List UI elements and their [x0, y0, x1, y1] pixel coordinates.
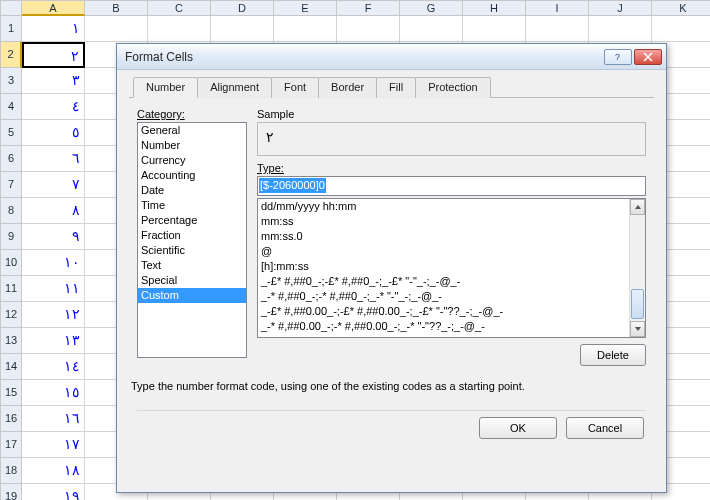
cell[interactable]: ٥: [22, 120, 85, 146]
row-header[interactable]: 17: [0, 432, 22, 458]
row-header[interactable]: 10: [0, 250, 22, 276]
scroll-up-button[interactable]: [630, 199, 645, 215]
category-listbox[interactable]: GeneralNumberCurrencyAccountingDateTimeP…: [137, 122, 247, 358]
scroll-down-button[interactable]: [630, 321, 645, 337]
cell[interactable]: ٩: [22, 224, 85, 250]
category-item[interactable]: Percentage: [138, 213, 246, 228]
column-header-i[interactable]: I: [526, 0, 589, 16]
cell[interactable]: [652, 16, 710, 42]
row-header[interactable]: 7: [0, 172, 22, 198]
cell[interactable]: [148, 16, 211, 42]
tab-border[interactable]: Border: [318, 77, 377, 98]
type-list-item[interactable]: dd/mm/yyyy hh:mm: [258, 199, 645, 214]
row-header[interactable]: 6: [0, 146, 22, 172]
row-header[interactable]: 1: [0, 16, 22, 42]
row-header[interactable]: 13: [0, 328, 22, 354]
column-header-b[interactable]: B: [85, 0, 148, 16]
cell[interactable]: [526, 16, 589, 42]
cell[interactable]: ٦: [22, 146, 85, 172]
row-header[interactable]: 18: [0, 458, 22, 484]
cell[interactable]: ١٥: [22, 380, 85, 406]
tab-font[interactable]: Font: [271, 77, 319, 98]
category-item[interactable]: Fraction: [138, 228, 246, 243]
cell[interactable]: [589, 16, 652, 42]
type-list-item[interactable]: _-£* #,##0_-;-£* #,##0_-;_-£* "-"_-;_-@_…: [258, 274, 645, 289]
row-header[interactable]: 5: [0, 120, 22, 146]
type-list-scrollbar[interactable]: [629, 199, 645, 337]
column-header-g[interactable]: G: [400, 0, 463, 16]
close-button[interactable]: [634, 49, 662, 65]
category-item[interactable]: Scientific: [138, 243, 246, 258]
category-item[interactable]: Time: [138, 198, 246, 213]
cell[interactable]: ١٨: [22, 458, 85, 484]
row-header[interactable]: 16: [0, 406, 22, 432]
type-listbox[interactable]: dd/mm/yyyy hh:mmmm:ssmm:ss.0@[h]:mm:ss_-…: [257, 198, 646, 338]
cell[interactable]: ٤: [22, 94, 85, 120]
tab-protection[interactable]: Protection: [415, 77, 491, 98]
tab-fill[interactable]: Fill: [376, 77, 416, 98]
row-header[interactable]: 3: [0, 68, 22, 94]
column-header-j[interactable]: J: [589, 0, 652, 16]
delete-button[interactable]: Delete: [580, 344, 646, 366]
column-header-k[interactable]: K: [652, 0, 710, 16]
category-item[interactable]: Special: [138, 273, 246, 288]
type-list-item[interactable]: _-£* #,##0.00_-;-£* #,##0.00_-;_-£* "-"?…: [258, 304, 645, 319]
column-header-h[interactable]: H: [463, 0, 526, 16]
category-item[interactable]: General: [138, 123, 246, 138]
column-header-c[interactable]: C: [148, 0, 211, 16]
cell[interactable]: ١١: [22, 276, 85, 302]
row-header[interactable]: 9: [0, 224, 22, 250]
tab-number[interactable]: Number: [133, 77, 198, 98]
cell[interactable]: ٣: [22, 68, 85, 94]
category-item[interactable]: Custom: [138, 288, 246, 303]
cancel-button[interactable]: Cancel: [566, 417, 644, 439]
cell[interactable]: [274, 16, 337, 42]
category-item[interactable]: Accounting: [138, 168, 246, 183]
cell[interactable]: [400, 16, 463, 42]
category-item[interactable]: Text: [138, 258, 246, 273]
cell[interactable]: [463, 16, 526, 42]
category-item[interactable]: Date: [138, 183, 246, 198]
type-list-item[interactable]: mm:ss.0: [258, 229, 645, 244]
row-header[interactable]: 11: [0, 276, 22, 302]
column-header-a[interactable]: A: [22, 0, 85, 16]
cell[interactable]: ١٣: [22, 328, 85, 354]
dialog-titlebar[interactable]: Format Cells ?: [117, 44, 666, 70]
cell[interactable]: [211, 16, 274, 42]
cell[interactable]: [337, 16, 400, 42]
cell[interactable]: ١: [22, 16, 85, 42]
column-header-f[interactable]: F: [337, 0, 400, 16]
select-all-corner[interactable]: [0, 0, 22, 16]
cell[interactable]: ٢: [22, 42, 85, 68]
type-list-item[interactable]: mm:ss: [258, 214, 645, 229]
category-item[interactable]: Currency: [138, 153, 246, 168]
type-list-item[interactable]: _-* #,##0_-;-* #,##0_-;_-* "-"_-;_-@_-: [258, 289, 645, 304]
row-header[interactable]: 8: [0, 198, 22, 224]
type-list-item[interactable]: [h]:mm:ss: [258, 259, 645, 274]
help-button[interactable]: ?: [604, 49, 632, 65]
row-header[interactable]: 2: [0, 42, 22, 68]
type-list-item[interactable]: _-* #,##0.00_-;-* #,##0.00_-;_-* "-"??_-…: [258, 319, 645, 334]
row-header[interactable]: 4: [0, 94, 22, 120]
column-header-e[interactable]: E: [274, 0, 337, 16]
cell[interactable]: ١٠: [22, 250, 85, 276]
cell[interactable]: ٨: [22, 198, 85, 224]
cell[interactable]: ١٩: [22, 484, 85, 500]
row-header[interactable]: 12: [0, 302, 22, 328]
row-header[interactable]: 15: [0, 380, 22, 406]
category-item[interactable]: Number: [138, 138, 246, 153]
column-header-d[interactable]: D: [211, 0, 274, 16]
cell[interactable]: ١٧: [22, 432, 85, 458]
cell[interactable]: ٧: [22, 172, 85, 198]
cell[interactable]: [85, 16, 148, 42]
tab-alignment[interactable]: Alignment: [197, 77, 272, 98]
cell[interactable]: ١٦: [22, 406, 85, 432]
scroll-thumb[interactable]: [631, 289, 644, 319]
cell[interactable]: ١٢: [22, 302, 85, 328]
type-list-item[interactable]: @: [258, 244, 645, 259]
type-list-item[interactable]: [$€-410] #,##0.00;[$€-410] #,##0.00;[$€-…: [258, 334, 645, 338]
ok-button[interactable]: OK: [479, 417, 557, 439]
row-header[interactable]: 14: [0, 354, 22, 380]
row-header[interactable]: 19: [0, 484, 22, 500]
cell[interactable]: ١٤: [22, 354, 85, 380]
